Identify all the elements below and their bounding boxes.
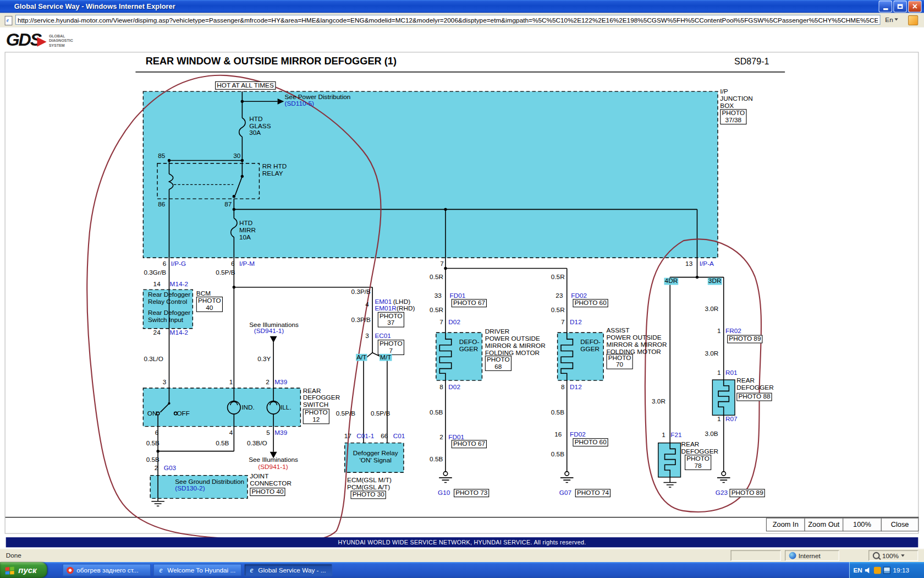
- start-label: пуск: [18, 565, 36, 575]
- zoom-in-button[interactable]: Zoom In: [766, 518, 805, 532]
- ie-icon: [248, 565, 255, 575]
- task-label: Global Service Way - ...: [258, 566, 326, 574]
- zoom-out-button[interactable]: Zoom Out: [805, 518, 844, 532]
- volume-icon[interactable]: [865, 566, 872, 574]
- zoom-level-button[interactable]: 100%: [843, 518, 882, 532]
- close-button[interactable]: [908, 1, 922, 12]
- links-dropdown[interactable]: En: [885, 16, 898, 23]
- security-zone-panel: Internet: [785, 550, 839, 561]
- close-viewer-button[interactable]: Close: [881, 518, 919, 532]
- gds-logo-text: GDS: [6, 30, 41, 49]
- screen: Global Service Way - Windows Internet Ex…: [0, 0, 924, 578]
- network-icon[interactable]: [883, 566, 890, 574]
- logo-band: GDSGLOBAL DIAGNOSTIC SYSTEM: [0, 27, 924, 52]
- zoom-value: 100%: [882, 552, 899, 559]
- language-indicator[interactable]: EN: [853, 566, 862, 574]
- address-bar: En: [0, 13, 924, 28]
- status-text: Done: [6, 552, 21, 559]
- page-zoom-control[interactable]: 100%: [868, 550, 918, 561]
- gds-tagline: GLOBAL DIAGNOSTIC SYSTEM: [49, 34, 73, 48]
- zone-label: Internet: [799, 552, 821, 559]
- shield-icon[interactable]: [874, 566, 881, 574]
- status-panel-blank: [731, 550, 781, 561]
- chevron-down-icon: [901, 554, 904, 557]
- window-titlebar: Global Service Way - Windows Internet Ex…: [0, 0, 924, 13]
- taskbar-task-welcome[interactable]: Welcome To Hyundai ...: [153, 564, 242, 576]
- chevron-down-icon: [895, 18, 898, 20]
- globe-icon: [789, 552, 796, 559]
- page-favicon-icon: [5, 16, 13, 25]
- ie-icon: [157, 565, 164, 575]
- opera-icon: [67, 566, 74, 574]
- magnifier-icon: [873, 552, 880, 559]
- links-label: En: [885, 16, 893, 23]
- maximize-button[interactable]: [893, 1, 907, 12]
- status-bar: Done Internet 100%: [0, 548, 924, 563]
- system-tray: EN 19:13: [849, 562, 924, 578]
- minimize-button[interactable]: [879, 1, 893, 12]
- gds-arrow-icon: [37, 37, 47, 46]
- gds-logo: GDSGLOBAL DIAGNOSTIC SYSTEM: [6, 30, 73, 50]
- taskbar: пуск обогрев заднего ст... Welcome To Hy…: [0, 562, 924, 578]
- clock[interactable]: 19:13: [893, 566, 909, 574]
- start-button[interactable]: пуск: [0, 562, 47, 578]
- window-title: Global Service Way - Windows Internet Ex…: [14, 2, 879, 10]
- task-label: Welcome To Hyundai ...: [167, 566, 235, 574]
- task-label: обогрев заднего ст...: [76, 566, 138, 574]
- taskbar-task-gsw-active[interactable]: Global Service Way - ...: [244, 564, 333, 576]
- address-input[interactable]: [15, 15, 881, 25]
- footer-banner: HYUNDAI WORLD WIDE SERVICE NETWORK, HYUN…: [6, 537, 919, 547]
- windows-flag-icon: [5, 566, 15, 575]
- viewer-content-frame: [5, 52, 919, 533]
- address-toolbar-icon[interactable]: [908, 15, 918, 25]
- taskbar-task-opera[interactable]: обогрев заднего ст...: [63, 564, 151, 576]
